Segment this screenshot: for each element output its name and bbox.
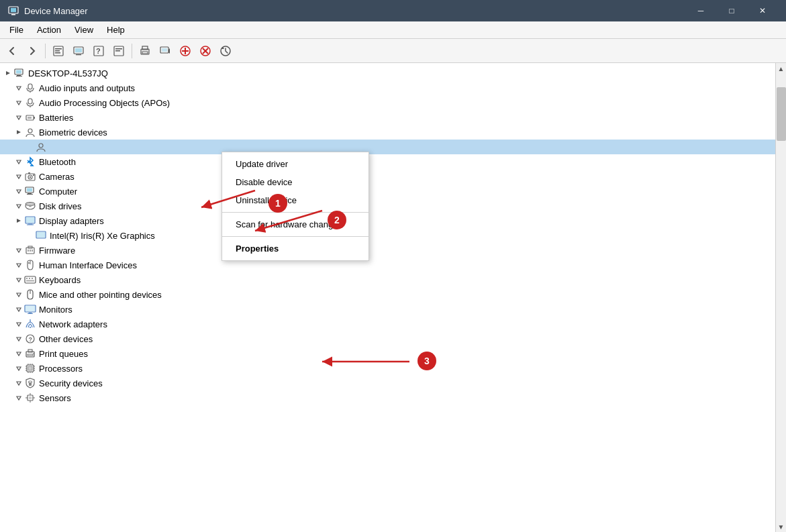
svg-rect-33 [28, 99, 32, 104]
uninstall-button[interactable] [196, 42, 215, 60]
menu-action[interactable]: Action [30, 23, 68, 36]
tree-item-firmware[interactable]: Firmware [0, 243, 775, 258]
tree-item-biometric[interactable]: Biometric devices [0, 125, 775, 140]
forward-button[interactable] [23, 42, 42, 60]
expand-security[interactable] [13, 378, 24, 388]
tree-item-hid[interactable]: Human Interface Devices [0, 258, 775, 272]
expand-audio-processing[interactable] [13, 97, 24, 108]
tree-item-other[interactable]: ? Other devices [0, 331, 775, 346]
expand-disk-drives[interactable] [13, 201, 24, 211]
svg-rect-69 [29, 278, 30, 279]
maximize-button[interactable]: □ [716, 0, 747, 21]
scrollbar-down-arrow[interactable]: ▼ [777, 521, 786, 532]
expand-print-queues[interactable] [13, 348, 24, 359]
context-menu-uninstall-device[interactable]: Uninstall device [222, 191, 369, 209]
back-button[interactable] [3, 42, 21, 60]
scan-monitor-button[interactable] [156, 42, 175, 60]
device-manager-button[interactable] [69, 42, 88, 60]
context-menu-scan-hardware[interactable]: Scan for hardware changes [222, 215, 369, 233]
tree-item-mice[interactable]: Mice and other pointing devices [0, 287, 775, 302]
svg-rect-49 [28, 193, 32, 194]
expand-bluetooth[interactable] [13, 156, 24, 167]
svg-rect-19 [162, 48, 167, 52]
tree-item-processors[interactable]: Processors [0, 361, 775, 376]
context-menu-properties[interactable]: Properties [222, 240, 369, 258]
label-firmware: Firmware [39, 246, 75, 256]
label-keyboards: Keyboards [39, 275, 81, 285]
tree-item-cameras[interactable]: Cameras [0, 169, 775, 184]
minimize-button[interactable]: ─ [685, 0, 716, 21]
tree-item-bluetooth[interactable]: Bluetooth [0, 154, 775, 169]
expand-other[interactable] [13, 333, 24, 344]
svg-rect-46 [33, 174, 34, 176]
svg-rect-70 [32, 278, 33, 279]
svg-rect-13 [115, 48, 122, 50]
tree-item-network[interactable]: Network adapters [0, 317, 775, 331]
label-cameras: Cameras [39, 172, 75, 182]
close-button[interactable]: ✕ [747, 0, 778, 21]
svg-rect-59 [37, 232, 45, 237]
expand-intel-graphics[interactable] [24, 230, 35, 241]
expand-biometric-child[interactable] [24, 142, 35, 152]
expand-cameras[interactable] [13, 171, 24, 182]
tree-item-disk-drives[interactable]: Disk drives [0, 199, 775, 213]
scan-hardware-button[interactable] [216, 42, 235, 60]
svg-rect-68 [26, 278, 28, 279]
context-menu-disable-device[interactable]: Disable device [222, 173, 369, 191]
collapse-button[interactable] [109, 42, 128, 60]
toolbar: ? [0, 39, 786, 63]
expand-computer[interactable] [13, 186, 24, 197]
help-button[interactable]: ? [89, 42, 108, 60]
icon-disk-drives [24, 200, 36, 212]
expand-hid[interactable] [13, 260, 24, 270]
expand-root[interactable] [3, 68, 13, 78]
tree-item-intel-graphics[interactable]: Intel(R) Iris(R) Xe Graphics [0, 228, 775, 243]
tree-item-sensors[interactable]: Sensors [0, 390, 775, 405]
label-hid: Human Interface Devices [39, 260, 137, 270]
tree-item-biometric-child[interactable] [0, 140, 775, 154]
expand-network[interactable] [13, 319, 24, 329]
scrollbar-up-arrow[interactable]: ▲ [777, 63, 786, 74]
tree-item-batteries[interactable]: Batteries [0, 110, 775, 125]
tree-item-root[interactable]: DESKTOP-4L537JQ [0, 66, 775, 81]
print-button[interactable] [136, 42, 154, 60]
icon-mice [24, 288, 36, 301]
expand-biometric[interactable] [13, 127, 24, 138]
scrollbar-thumb[interactable] [777, 87, 786, 141]
menu-file[interactable]: File [3, 23, 30, 36]
context-menu-update-driver[interactable]: Update driver [222, 155, 369, 173]
tree-item-display-adapters[interactable]: Display adapters [0, 213, 775, 228]
expand-monitors[interactable] [13, 304, 24, 315]
label-bluetooth: Bluetooth [39, 157, 76, 167]
svg-rect-76 [28, 313, 33, 314]
expand-sensors[interactable] [13, 392, 24, 403]
menu-view[interactable]: View [68, 23, 100, 36]
update-driver-button[interactable] [176, 42, 195, 60]
expand-mice[interactable] [13, 289, 24, 300]
expand-display-adapters[interactable] [13, 215, 24, 226]
properties-button[interactable] [49, 42, 68, 60]
label-intel-graphics: Intel(R) Iris(R) Xe Graphics [50, 231, 155, 241]
menu-help[interactable]: Help [100, 23, 132, 36]
toolbar-sep-2 [132, 44, 132, 58]
tree-item-audio-processing[interactable]: Audio Processing Objects (APOs) [0, 95, 775, 110]
tree-item-print-queues[interactable]: Print queues [0, 346, 775, 361]
expand-audio-inputs[interactable] [13, 83, 24, 93]
tree-item-monitors[interactable]: Monitors [0, 302, 775, 317]
expand-processors[interactable] [13, 363, 24, 374]
tree-item-security[interactable]: Security devices [0, 376, 775, 390]
expand-firmware[interactable] [13, 245, 24, 256]
label-sensors: Sensors [39, 393, 71, 403]
label-network: Network adapters [39, 319, 107, 329]
label-display-adapters: Display adapters [39, 216, 104, 226]
scrollbar[interactable]: ▲ ▼ [775, 63, 786, 532]
label-audio-inputs: Audio inputs and outputs [39, 83, 135, 93]
context-menu: Update driver Disable device Uninstall d… [222, 152, 369, 261]
svg-rect-37 [28, 117, 32, 119]
tree-item-audio-inputs[interactable]: Audio inputs and outputs [0, 81, 775, 95]
title-bar: Device Manager ─ □ ✕ [0, 0, 786, 21]
tree-item-computer[interactable]: Computer [0, 184, 775, 199]
expand-batteries[interactable] [13, 112, 24, 123]
tree-item-keyboards[interactable]: Keyboards [0, 272, 775, 287]
expand-keyboards[interactable] [13, 274, 24, 285]
